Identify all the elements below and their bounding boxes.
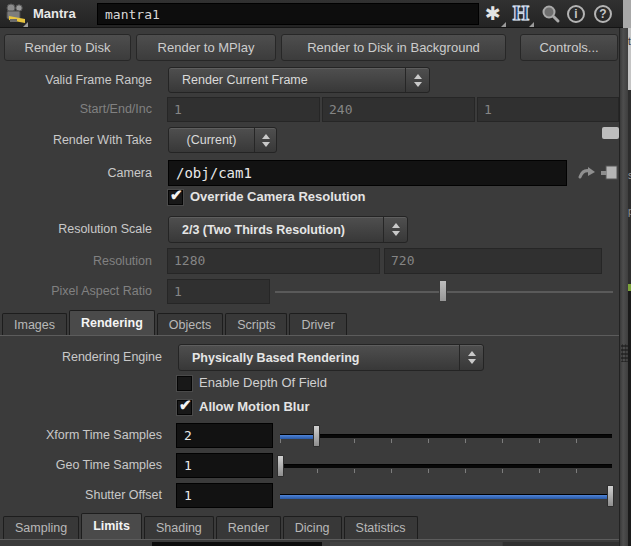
- resolution-height-field[interactable]: 720: [384, 248, 602, 274]
- info-icon: i: [574, 7, 577, 21]
- tab-images[interactable]: Images: [2, 313, 67, 336]
- help-icon: ?: [599, 7, 606, 21]
- node-name-input[interactable]: [97, 3, 479, 25]
- pixel-aspect-ratio-field[interactable]: 1: [167, 279, 270, 304]
- camera-label: Camera: [0, 160, 152, 186]
- main-tab-bar: Images Rendering Objects Scripts Driver: [2, 310, 347, 336]
- rendering-engine-label: Rendering Engine: [0, 344, 162, 371]
- shutter-offset-field[interactable]: 1: [176, 483, 273, 508]
- node-header-bar: Mantra ✱ H i ?: [0, 0, 631, 28]
- search-button[interactable]: [538, 4, 562, 28]
- tab-shading[interactable]: Shading: [144, 516, 214, 539]
- open-operator-chooser-button[interactable]: [601, 164, 618, 186]
- slider-ticks: [280, 439, 612, 443]
- render-to-mplay-button[interactable]: Render to MPlay: [136, 34, 276, 61]
- search-icon: [540, 4, 561, 25]
- allow-motion-blur-label: Allow Motion Blur: [199, 399, 309, 414]
- checkmark-icon: ✔: [179, 396, 192, 414]
- geo-time-samples-slider[interactable]: [280, 464, 612, 468]
- valid-frame-range-label: Valid Frame Range: [0, 67, 152, 93]
- spinner-arrows-icon: [459, 345, 483, 370]
- geo-time-samples-field[interactable]: 1: [176, 453, 273, 478]
- spinner-arrows-icon: [405, 68, 429, 92]
- tab-limits[interactable]: Limits: [81, 513, 142, 539]
- shutter-offset-slider-handle[interactable]: [607, 485, 614, 507]
- xform-time-samples-field[interactable]: 2: [176, 423, 273, 448]
- render-to-disk-button[interactable]: Render to Disk: [4, 34, 131, 61]
- jump-to-operator-button[interactable]: [577, 163, 597, 187]
- resolution-scale-label: Resolution Scale: [0, 216, 152, 243]
- geo-time-samples-slider-handle[interactable]: [277, 455, 284, 477]
- rendering-engine-value: Physically Based Rendering: [179, 345, 359, 370]
- geo-time-samples-label: Geo Time Samples: [0, 453, 162, 478]
- pane-splitter[interactable]: [619, 28, 628, 546]
- info-button[interactable]: i: [567, 5, 585, 23]
- tab-render[interactable]: Render: [216, 516, 281, 539]
- sub-tab-bar: Sampling Limits Shading Render Dicing St…: [3, 513, 418, 539]
- spinner-arrows-icon: [383, 217, 407, 242]
- tab-objects[interactable]: Objects: [157, 313, 223, 336]
- tab-separator-line: [0, 539, 619, 540]
- resolution-label: Resolution: [0, 248, 152, 274]
- node-chooser-icon: [601, 164, 618, 182]
- resolution-scale-value: 2/3 (Two Thirds Resolution): [169, 217, 345, 242]
- frame-start-field[interactable]: 1: [167, 97, 320, 122]
- rendering-engine-dropdown[interactable]: Physically Based Rendering: [178, 344, 484, 371]
- houdini-help-button[interactable]: H: [509, 2, 533, 26]
- camera-path-field[interactable]: /obj/cam1: [168, 160, 567, 186]
- clipped-field: [152, 542, 322, 546]
- override-camera-resolution-checkbox[interactable]: ✔: [168, 190, 183, 205]
- frame-inc-field[interactable]: 1: [477, 97, 619, 122]
- node-type-title: Mantra: [33, 0, 76, 28]
- resolution-width-field[interactable]: 1280: [167, 248, 380, 274]
- tab-sampling[interactable]: Sampling: [3, 516, 79, 539]
- help-button[interactable]: ?: [594, 5, 612, 23]
- valid-frame-range-value: Render Current Frame: [169, 68, 308, 92]
- slider-ticks: [280, 469, 612, 473]
- xform-time-samples-slider[interactable]: [280, 434, 612, 438]
- gear-menu-button[interactable]: ✱: [481, 2, 505, 26]
- node-menu-arrow-icon: [23, 22, 28, 27]
- enable-depth-of-field-checkbox[interactable]: [177, 376, 192, 391]
- frame-end-field[interactable]: 240: [322, 97, 475, 122]
- checkmark-icon: ✔: [170, 186, 183, 204]
- start-end-inc-label: Start/End/Inc: [0, 97, 152, 122]
- spinner-arrows-icon: [254, 128, 276, 152]
- xform-time-samples-slider-handle[interactable]: [313, 425, 320, 447]
- tab-rendering[interactable]: Rendering: [69, 310, 155, 336]
- shutter-offset-slider[interactable]: [280, 494, 612, 498]
- gear-menu-arrow-icon: [501, 22, 506, 27]
- tab-scripts[interactable]: Scripts: [225, 313, 287, 336]
- pixel-aspect-ratio-slider-handle[interactable]: [439, 280, 447, 302]
- render-with-take-dropdown[interactable]: (Current): [168, 127, 277, 153]
- enable-depth-of-field-label: Enable Depth Of Field: [199, 375, 327, 390]
- valid-frame-range-dropdown[interactable]: Render Current Frame: [168, 67, 430, 93]
- render-with-take-value: (Current): [169, 128, 254, 152]
- pixel-aspect-ratio-label: Pixel Aspect Ratio: [0, 279, 152, 304]
- clipped-widget: [330, 542, 502, 546]
- controls-button[interactable]: Controls...: [520, 34, 618, 61]
- curved-arrow-icon: [577, 163, 597, 183]
- mantra-node-icon[interactable]: [3, 2, 27, 26]
- tab-driver[interactable]: Driver: [289, 313, 346, 336]
- clipped-widget: [503, 542, 619, 546]
- render-to-disk-in-background-button[interactable]: Render to Disk in Background: [281, 34, 506, 61]
- houdini-menu-arrow-icon: [529, 22, 534, 27]
- shutter-offset-label: Shutter Offset: [0, 483, 162, 508]
- xform-time-samples-label: Xform Time Samples: [0, 423, 162, 448]
- override-camera-resolution-label: Override Camera Resolution: [190, 189, 366, 204]
- resolution-scale-dropdown[interactable]: 2/3 (Two Thirds Resolution): [168, 216, 408, 243]
- splitter-grip-icon: [621, 344, 628, 362]
- render-with-take-label: Render With Take: [0, 127, 152, 153]
- tab-statistics[interactable]: Statistics: [344, 516, 418, 539]
- tab-dicing[interactable]: Dicing: [283, 516, 342, 539]
- adjacent-pane-corner: [623, 0, 631, 28]
- scrollbar-thumb[interactable]: [602, 127, 619, 139]
- allow-motion-blur-checkbox[interactable]: ✔: [177, 400, 192, 415]
- tab-separator-line: [0, 335, 619, 336]
- mantra-parameter-pane: Mantra ✱ H i ? Render to Disk Render to …: [0, 0, 631, 546]
